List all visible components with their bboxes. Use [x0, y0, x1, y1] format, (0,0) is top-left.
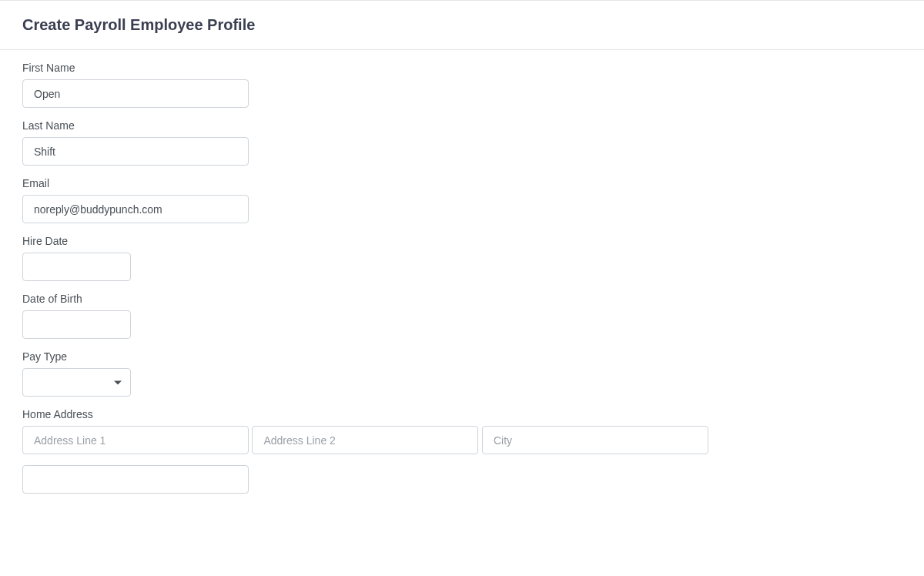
page-header: Create Payroll Employee Profile: [0, 0, 924, 50]
pay-type-group: Pay Type: [22, 350, 902, 397]
pay-type-select-wrapper: [22, 368, 131, 397]
email-input[interactable]: [22, 195, 249, 223]
first-name-label: First Name: [22, 62, 902, 74]
employee-form: First Name Last Name Email Hire Date Dat…: [0, 50, 924, 517]
next-address-input[interactable]: [22, 465, 249, 494]
home-address-label: Home Address: [22, 408, 902, 420]
email-label: Email: [22, 177, 902, 189]
email-group: Email: [22, 177, 902, 223]
home-address-group: Home Address: [22, 408, 902, 494]
page-title: Create Payroll Employee Profile: [22, 16, 902, 34]
pay-type-select[interactable]: [22, 368, 131, 397]
last-name-group: Last Name: [22, 119, 902, 166]
first-name-group: First Name: [22, 62, 902, 108]
address-line-2-input[interactable]: [252, 426, 478, 454]
hire-date-label: Hire Date: [22, 235, 902, 247]
date-of-birth-input[interactable]: [22, 310, 131, 339]
address-line-1-input[interactable]: [22, 426, 249, 454]
hire-date-input[interactable]: [22, 253, 131, 281]
hire-date-group: Hire Date: [22, 235, 902, 281]
first-name-input[interactable]: [22, 79, 249, 108]
last-name-input[interactable]: [22, 137, 249, 166]
date-of-birth-label: Date of Birth: [22, 293, 902, 305]
last-name-label: Last Name: [22, 119, 902, 132]
city-input[interactable]: [482, 426, 708, 454]
date-of-birth-group: Date of Birth: [22, 293, 902, 339]
pay-type-label: Pay Type: [22, 350, 902, 363]
